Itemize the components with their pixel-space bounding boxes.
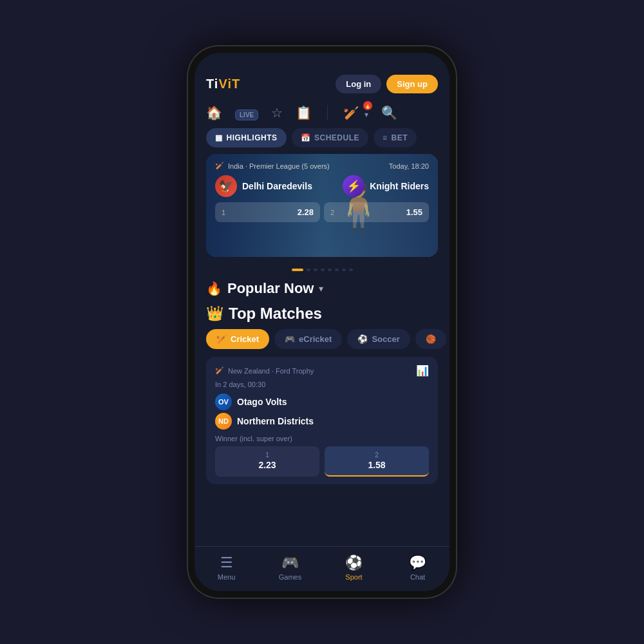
- highlights-icon: ▦: [215, 133, 223, 142]
- team1-badge: OV: [215, 393, 232, 410]
- popular-section-header: 🔥 Popular Now ▾: [194, 280, 450, 302]
- tab-bet[interactable]: ≡ BET: [374, 128, 417, 147]
- sports-icon[interactable]: 🏏 🔥 ▾: [343, 105, 368, 120]
- dot-7[interactable]: [342, 269, 346, 271]
- team2-info: ⚡ Knight Riders: [343, 175, 429, 197]
- dot-8[interactable]: [349, 269, 353, 271]
- nav-icon-bar: 🏠 LIVE ☆ 📋 🏏 🔥 ▾ 🔍: [194, 100, 450, 128]
- login-button[interactable]: Log in: [336, 75, 381, 93]
- match-item-time: In 2 days, 00:30: [215, 381, 429, 388]
- main-content: 🧍 🏏 India · Premier League (5 overs) Tod…: [194, 154, 450, 546]
- dot-4[interactable]: [321, 269, 325, 271]
- cricket-icon: 🏏: [216, 334, 227, 344]
- stats-chart-icon[interactable]: 📊: [416, 365, 429, 377]
- match-league: 🏏 India · Premier League (5 overs): [215, 162, 330, 170]
- nav-item-menu[interactable]: ☰ Menu: [194, 552, 258, 583]
- menu-label: Menu: [218, 573, 236, 581]
- popular-chevron[interactable]: ▾: [319, 283, 323, 294]
- betslip-icon[interactable]: 📋: [296, 105, 312, 120]
- team1-logo: 🦅: [215, 175, 237, 197]
- games-icon: 🎮: [281, 554, 299, 571]
- winner-market-label: Winner (incl. super over): [215, 435, 429, 442]
- hero-odds-row: 1 2.28 2 1.55: [215, 202, 429, 222]
- sport-icon: ⚽: [345, 554, 363, 571]
- team1-name-sm: Otago Volts: [237, 397, 287, 407]
- sport-label: Sport: [345, 573, 362, 581]
- menu-icon: ☰: [220, 554, 233, 571]
- live-badge[interactable]: LIVE: [235, 106, 258, 120]
- favorites-icon[interactable]: ☆: [271, 105, 283, 120]
- match-list-item[interactable]: 🏏 New Zealand · Ford Trophy 📊 In 2 days,…: [206, 357, 438, 484]
- nav-divider: [327, 105, 328, 120]
- dot-5[interactable]: [328, 269, 332, 271]
- match-time: Today, 18:20: [389, 162, 429, 170]
- section-tabs: ▦ HIGHLIGHTS 📅 SCHEDULE ≡ BET: [194, 128, 450, 154]
- sport-tab-cricket[interactable]: 🏏 Cricket: [206, 329, 269, 349]
- status-bar: [194, 53, 450, 71]
- tab-schedule[interactable]: 📅 SCHEDULE: [292, 128, 369, 147]
- home-icon[interactable]: 🏠: [206, 105, 222, 120]
- dot-2[interactable]: [307, 269, 310, 271]
- app-header: TiViT Log in Sign up: [194, 71, 450, 100]
- bet-icon: ≡: [383, 133, 388, 142]
- basketball-icon: 🏀: [426, 334, 436, 344]
- fire-notification: 🔥: [363, 101, 372, 110]
- dot-3[interactable]: [314, 269, 317, 271]
- games-label: Games: [279, 573, 301, 581]
- crown-icon: 👑: [206, 305, 223, 322]
- signup-button[interactable]: Sign up: [386, 75, 438, 93]
- match-league-icon: 🏏: [215, 366, 224, 375]
- soccer-icon: ⚽: [357, 334, 368, 344]
- flame-icon: 🔥: [206, 281, 222, 296]
- sport-tabs-row: 🏏 Cricket 🎮 eCricket ⚽ Soccer 🏀: [194, 329, 450, 357]
- carousel-dots: [194, 265, 450, 280]
- match-team1-row: OV Otago Volts: [215, 393, 429, 410]
- top-matches-header: 👑 Top Matches: [194, 302, 450, 329]
- team2-name: Knight Riders: [370, 181, 429, 191]
- popular-title: Popular Now: [227, 280, 314, 297]
- nav-item-chat[interactable]: 💬 Chat: [386, 552, 450, 583]
- odd-btn-1[interactable]: 1 2.28: [215, 202, 320, 222]
- app-logo: TiViT: [206, 77, 240, 91]
- top-matches-title: Top Matches: [229, 305, 322, 323]
- sport-tab-soccer[interactable]: ⚽ Soccer: [347, 329, 410, 349]
- hero-match-card[interactable]: 🧍 🏏 India · Premier League (5 overs) Tod…: [206, 154, 438, 257]
- sport-tab-ecricket[interactable]: 🎮 eCricket: [274, 329, 342, 349]
- auth-buttons: Log in Sign up: [336, 75, 438, 93]
- dot-6[interactable]: [335, 269, 339, 271]
- team2-badge: ND: [215, 413, 232, 430]
- nav-item-games[interactable]: 🎮 Games: [258, 552, 322, 583]
- tab-highlights[interactable]: ▦ HIGHLIGHTS: [206, 128, 287, 147]
- match-odd-2[interactable]: 2 1.58: [325, 446, 429, 477]
- dot-1[interactable]: [292, 269, 303, 271]
- sport-tab-basketball[interactable]: 🏀: [415, 329, 446, 349]
- nav-item-sport[interactable]: ⚽ Sport: [322, 552, 386, 583]
- ecricket-icon: 🎮: [285, 334, 295, 344]
- team1-info: 🦅 Delhi Daredevils: [215, 175, 312, 197]
- team1-name: Delhi Daredevils: [242, 181, 312, 191]
- match-odd-1[interactable]: 1 2.23: [215, 446, 319, 477]
- odd-btn-2[interactable]: 2 1.55: [324, 202, 429, 222]
- team2-name-sm: Northern Districts: [237, 416, 314, 426]
- search-icon[interactable]: 🔍: [381, 105, 397, 120]
- bottom-navigation: ☰ Menu 🎮 Games ⚽ Sport 💬 Chat: [194, 546, 450, 591]
- schedule-icon: 📅: [301, 133, 311, 142]
- match-odds-row: 1 2.23 2 1.58: [215, 446, 429, 477]
- team2-logo: ⚡: [343, 175, 365, 197]
- match-item-league: 🏏 New Zealand · Ford Trophy: [215, 366, 314, 375]
- chat-icon: 💬: [409, 554, 426, 571]
- chat-label: Chat: [410, 573, 425, 581]
- match-team2-row: ND Northern Districts: [215, 413, 429, 430]
